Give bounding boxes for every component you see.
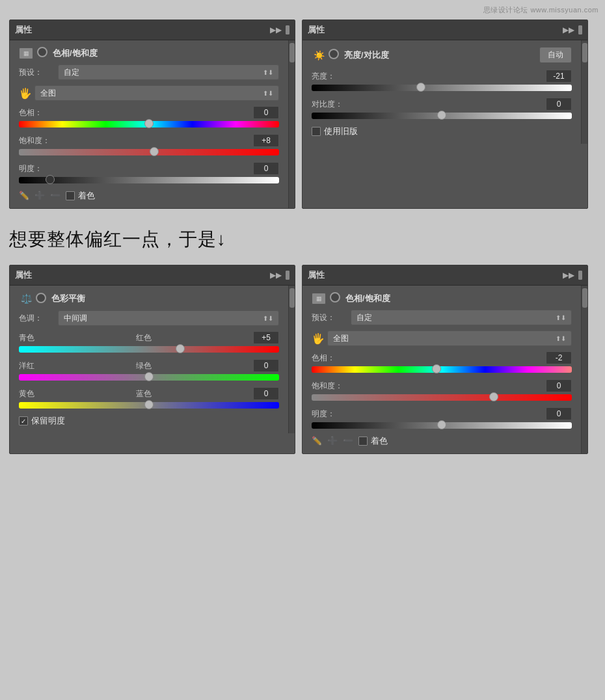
panel4-expand-icon[interactable]: ▶▶ (563, 271, 574, 280)
panel2-bright-thumb[interactable] (416, 83, 425, 92)
panel2-scrollbar[interactable] (581, 40, 587, 144)
panel1-header: 属性 ▶▶ (10, 20, 295, 40)
panel1-hue-thumb[interactable] (144, 119, 154, 128)
panel3-magenta-green-thumb[interactable] (144, 372, 154, 381)
panel4-sat-value[interactable]: 0 (546, 379, 572, 392)
panel3-yellow-blue-thumb[interactable] (144, 400, 154, 409)
panel2-title-group: 属性 (308, 24, 325, 36)
panel3-cyan-red-thumb[interactable] (176, 344, 185, 353)
panel1-scroll-handle[interactable] (289, 43, 295, 62)
panel4-lig-value[interactable]: 0 (546, 407, 572, 420)
panel1-expand-icon[interactable]: ▶▶ (270, 25, 282, 34)
panel1-lig-track[interactable] (19, 177, 279, 183)
panel1-sat-track[interactable] (19, 149, 279, 155)
panel1-title-label: 色相/饱和度 (53, 47, 98, 59)
panel2-bright-track[interactable] (312, 85, 572, 91)
panel4-hue-thumb[interactable] (432, 364, 441, 373)
panel3-cyan-red-value[interactable]: +5 (253, 331, 279, 344)
panel1-lig-label-row: 明度： 0 (19, 162, 279, 175)
panel1-sample-add-icon[interactable]: ➕ (34, 191, 45, 201)
panel4-label-row: ▦ 色相/饱和度 (312, 292, 572, 304)
panel4-visibility-icon[interactable] (330, 292, 340, 303)
panel1-sample-icon[interactable]: ✏️ (19, 191, 29, 201)
panel2-contrast-track[interactable] (312, 113, 572, 119)
panel2-contrast-slider: 对比度： 0 (312, 98, 572, 119)
panel3-yellow-blue-slider: 黄色 蓝色 0 (19, 387, 279, 409)
panel1-hand-row: 🖐 全图 ⬆⬇ (19, 85, 279, 101)
panel4-colorize-checkbox[interactable] (358, 437, 368, 446)
panel4-sat-thumb[interactable] (489, 392, 498, 401)
panel2-visibility-icon[interactable] (329, 49, 339, 59)
panel4-header-right: ▶▶ (563, 271, 582, 280)
panel3-expand-icon[interactable]: ▶▶ (270, 271, 282, 280)
panel4-title-group: 属性 (308, 269, 325, 281)
panel3-tone-select[interactable]: 中间调 ⬆⬇ (58, 310, 279, 326)
panel3-magenta-green-slider: 洋红 绿色 0 (19, 359, 279, 381)
panel3-magenta-green-track[interactable] (19, 374, 279, 381)
panel2-contrast-label-row: 对比度： 0 (312, 98, 572, 111)
panel2-title: 属性 (308, 24, 325, 36)
panel1-hue-track[interactable] (19, 121, 279, 128)
panel3-magenta-green-label-row: 洋红 绿色 0 (19, 359, 279, 372)
panel1-lig-value[interactable]: 0 (253, 162, 279, 175)
panel2-bright-value[interactable]: -21 (546, 70, 572, 83)
panel4-sample-icon[interactable]: ✏️ (312, 436, 322, 446)
panel2-title-label: 亮度/对比度 (344, 49, 389, 61)
panel4-lig-track[interactable] (312, 422, 572, 429)
panel4-sat-track[interactable] (312, 394, 572, 401)
panel2-scroll-handle[interactable] (582, 43, 587, 62)
panel4-body-wrapper: ▦ 色相/饱和度 预设： 自定 ⬆⬇ 🖐 (302, 286, 587, 453)
panel1-lig-thumb[interactable] (46, 175, 55, 184)
panel4-preset-value: 自定 (356, 312, 372, 323)
panel3-magenta-green-value[interactable]: 0 (253, 359, 279, 372)
panel3-scrollbar[interactable] (288, 286, 295, 433)
panel3-preserve-row: 保留明度 (19, 415, 279, 427)
panel1-visibility-icon[interactable] (37, 47, 47, 57)
panel1-sat-thumb[interactable] (150, 147, 159, 156)
panel2-contrast-thumb[interactable] (437, 111, 446, 120)
panel1-channel-select[interactable]: 全图 ⬆⬇ (34, 85, 279, 101)
panel3-scroll-handle[interactable] (289, 288, 295, 308)
panel3-visibility-icon[interactable] (36, 293, 46, 303)
panel4-lig-thumb[interactable] (437, 420, 446, 429)
panel1-scrollbar[interactable] (288, 40, 295, 208)
panel2-expand-icon[interactable]: ▶▶ (563, 25, 574, 34)
panel1-sample-remove-icon[interactable]: ➖ (50, 191, 60, 201)
panel4-preset-select[interactable]: 自定 ⬆⬇ (351, 310, 572, 325)
panel1-channel-arrow: ⬆⬇ (263, 90, 273, 97)
panel4-channel-value: 全图 (333, 333, 349, 344)
panel3-yellow-blue-value[interactable]: 0 (253, 387, 279, 400)
panel2-contrast-value[interactable]: 0 (546, 98, 572, 111)
panel4-hue-value[interactable]: -2 (546, 351, 572, 364)
panel1-preset-row: 预设： 自定 ⬆⬇ (19, 64, 279, 80)
panel4-scrollbar[interactable] (581, 286, 587, 453)
panel4-colorize-row: 着色 (358, 435, 388, 447)
panel3-header-right: ▶▶ (270, 271, 289, 280)
panel3-preserve-checkbox[interactable] (19, 416, 28, 425)
panel1-sat-label: 饱和度： (19, 135, 50, 146)
panel3-cyan-red-slider: 青色 红色 +5 (19, 331, 279, 353)
panel3-cyan-red-track[interactable] (19, 346, 279, 353)
panel2-contrast-label: 对比度： (312, 99, 343, 110)
panel2-legacy-row: 使用旧版 (312, 126, 572, 137)
panel1-title: 属性 (15, 24, 32, 36)
panel2-auto-button[interactable]: 自动 (539, 47, 572, 63)
panel3-scroll-icon (286, 271, 289, 280)
panel1-sat-value[interactable]: +8 (253, 134, 279, 147)
panel1-hue-value[interactable]: 0 (253, 106, 279, 119)
panel1-colorize-checkbox[interactable] (66, 191, 75, 200)
panel4-channel-select[interactable]: 全图 ⬆⬇ (327, 330, 572, 346)
panel1-preset-select[interactable]: 自定 ⬆⬇ (58, 64, 279, 80)
panel3-yellow-blue-track[interactable] (19, 402, 279, 409)
panel1-label-row: ▦ 色相/饱和度 (19, 47, 279, 59)
panel1-circle-icon (37, 47, 47, 59)
middle-text: 想要整体偏红一点，于是↓ (0, 209, 605, 265)
panel4-scroll-handle[interactable] (582, 288, 587, 308)
panel1-hue-label-row: 色相： 0 (19, 106, 279, 119)
panel4-sample-remove-icon[interactable]: ➖ (343, 436, 353, 446)
panel4-sat-label-row: 饱和度： 0 (312, 379, 572, 392)
panel-brightness-contrast: 属性 ▶▶ ☀️ 亮度/对比度 自动 (302, 20, 588, 209)
panel4-hue-track[interactable] (312, 366, 572, 373)
panel2-legacy-checkbox[interactable] (312, 127, 321, 136)
panel4-sample-add-icon[interactable]: ➕ (327, 436, 338, 446)
